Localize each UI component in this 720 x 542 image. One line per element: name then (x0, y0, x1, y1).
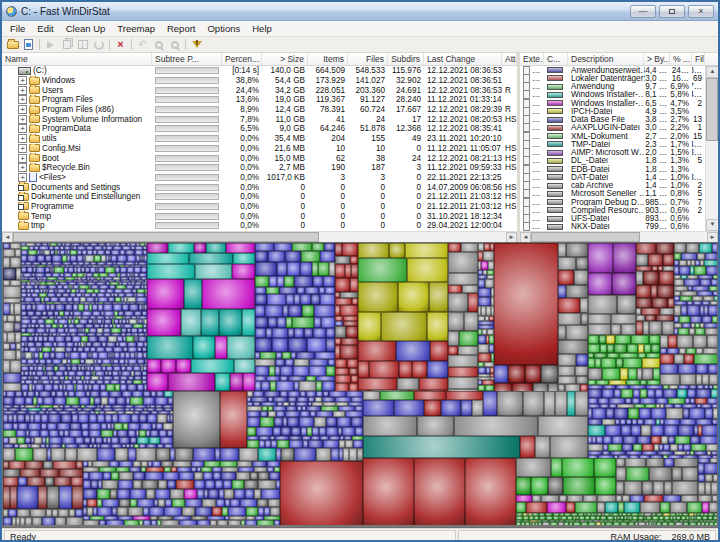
minimize-button[interactable]: — (630, 5, 656, 18)
scroll-thumb[interactable] (706, 78, 718, 141)
scroll-track[interactable] (531, 232, 707, 242)
directory-row[interactable]: + ProgramData 6,5% 9,0 GB 64.246 51.878 … (2, 124, 517, 134)
expand-plus-icon[interactable]: + (18, 86, 27, 95)
scroll-right-icon[interactable]: ► (707, 232, 718, 242)
name-cell[interactable]: + Temp (2, 211, 152, 221)
command-prompt-button[interactable] (91, 38, 106, 51)
extension-row[interactable]: … Compiled Resourc… 903… 0,6% 2 (520, 206, 705, 214)
name-cell[interactable]: + Program Files (x86) (2, 105, 152, 115)
extension-row[interactable]: … Anwendung 9,7 … 6,9% 7… (520, 83, 705, 91)
directory-row[interactable]: + Windows 38,8% 54,4 GB 173.929 141.027 … (2, 76, 517, 86)
directory-row[interactable]: + Users 24,4% 34,2 GB 228.051 203.360 24… (2, 85, 517, 95)
extension-row[interactable]: … Program Debug D… 985… 0,7% 7 (520, 198, 705, 206)
scroll-track[interactable] (13, 232, 506, 242)
extension-row[interactable]: … Windows Installer-… 8,1 … 5,8% 1,4… (520, 91, 705, 99)
column-header-subdirs[interactable]: Subdirs (388, 53, 424, 65)
directory-hscrollbar[interactable]: ◄ ► (2, 231, 517, 242)
expand-plus-icon[interactable]: + (18, 144, 27, 153)
directory-row[interactable]: + Programme 0,0% 0 0 0 0 21.12.2011 21:0… (2, 202, 517, 212)
extension-row[interactable]: … IPCH-Datei 4,9 … 3,5% (520, 107, 705, 115)
name-cell[interactable]: + Windows (2, 76, 152, 86)
expand-plus-icon[interactable]: + (18, 76, 27, 85)
directory-row[interactable]: + Dokumente und Einstellungen 0,0% 0 0 0… (2, 192, 517, 202)
name-cell[interactable]: + Config.Msi (2, 144, 152, 154)
extension-row[interactable]: … cab Archive 1,4 … 1,0% 2 (520, 182, 705, 190)
directory-row[interactable]: + $Recycle.Bin 0,0% 2,7 MB 190 187 3 11.… (2, 163, 517, 173)
directory-row[interactable]: + Program Files 13,6% 19,0 GB 119.367 91… (2, 95, 517, 105)
undo-button[interactable]: ↶ (135, 38, 150, 51)
expand-plus-icon[interactable]: + (18, 154, 27, 163)
delete-button[interactable]: × (113, 38, 128, 51)
extension-row[interactable]: … TMP-Datei 2,3 … 1,7% 1,4… (520, 140, 705, 148)
name-cell[interactable]: + Boot (2, 153, 152, 163)
directory-row[interactable]: + Program Files (x86) 8,9% 12,4 GB 78.39… (2, 105, 517, 115)
column-header-lastchange[interactable]: Last Change (424, 53, 502, 65)
menu-item-edit[interactable]: Edit (31, 22, 59, 35)
scroll-thumb[interactable] (13, 232, 319, 242)
extension-row[interactable]: … EDB-Datei 1,8 … 1,3% (520, 165, 705, 173)
extension-row[interactable]: … DAT-Datei 1,4 … 1,0% 3… (520, 173, 705, 181)
name-cell[interactable]: + ProgramData (2, 124, 152, 134)
menu-item-options[interactable]: Options (201, 22, 246, 35)
column-header-fil[interactable]: Fil (692, 53, 705, 65)
menu-item-help[interactable]: Help (246, 22, 278, 35)
scroll-left-icon[interactable]: ◄ (520, 232, 531, 242)
name-cell[interactable]: + Program Files (2, 95, 152, 105)
expand-plus-icon[interactable]: + (18, 163, 27, 172)
scroll-right-icon[interactable]: ► (506, 232, 517, 242)
column-header-name[interactable]: Name (2, 53, 152, 65)
column-header-size[interactable]: > Size (262, 53, 308, 65)
expand-plus-icon[interactable]: + (18, 134, 27, 143)
directory-row[interactable]: + utils 0,0% 35,4 MB 204 155 49 23.11.20… (2, 134, 517, 144)
directory-row[interactable]: + Boot 0,0% 15,0 MB 62 38 24 12.12.2021 … (2, 153, 517, 163)
column-header-attri[interactable]: Attri... (502, 53, 517, 65)
menu-item-file[interactable]: File (4, 22, 31, 35)
directory-row[interactable]: + <Files> 0,0% 1017,0 KB 3 3 0 22.11.202… (2, 173, 517, 183)
name-cell[interactable]: + Dokumente und Einstellungen (2, 192, 152, 202)
column-header-description[interactable]: Description (568, 53, 644, 65)
column-header-by[interactable]: > By... (644, 53, 670, 65)
name-cell[interactable]: + utils (2, 134, 152, 144)
name-cell[interactable]: + Documents and Settings (2, 182, 152, 192)
extension-row[interactable]: … NKX-Datei 799… 0,6% (520, 223, 705, 231)
name-cell[interactable]: + Users (2, 85, 152, 95)
name-cell[interactable]: + Programme (2, 202, 152, 212)
scroll-left-icon[interactable]: ◄ (2, 232, 13, 242)
zoom-out-button[interactable] (167, 38, 182, 51)
refresh-selected-button[interactable] (21, 38, 36, 51)
extension-row[interactable]: … Windows Installer-… 6,5 … 4,7% 2 (520, 99, 705, 107)
extension-row[interactable]: … UFS-Datei 893… 0,6% (520, 215, 705, 223)
name-cell[interactable]: + System Volume Information (2, 114, 152, 124)
menu-item-treemap[interactable]: Treemap (111, 22, 161, 35)
expand-plus-icon[interactable]: + (18, 105, 27, 114)
menu-item-clean-up[interactable]: Clean Up (60, 22, 112, 35)
extension-row[interactable]: … Microsoft Serieller … 1,1 … 0,8% 5 (520, 190, 705, 198)
column-header-subtreep[interactable]: Subtree P... (152, 53, 222, 65)
extension-row[interactable]: … Lokaler Datenträger 23,0 … 16… 69 (520, 74, 705, 82)
expand-plus-icon[interactable]: + (18, 124, 27, 133)
extension-vscrollbar[interactable]: ▲ ▼ (705, 66, 718, 231)
extension-row[interactable]: … AIMP: Microsoft W… 2,0 … 1,5% 3… (520, 149, 705, 157)
extension-row[interactable]: … DL_-Datei 1,8 … 1,3% 5 (520, 157, 705, 165)
column-header-items[interactable]: Items (308, 53, 348, 65)
open-folder-button[interactable] (5, 38, 20, 51)
explorer-here-button[interactable] (75, 38, 90, 51)
directory-row[interactable]: + Documents and Settings 0,0% 0 0 0 0 14… (2, 182, 517, 192)
scroll-up-icon[interactable]: ▲ (706, 66, 718, 78)
scroll-down-icon[interactable]: ▼ (706, 219, 718, 231)
run-button[interactable] (43, 38, 58, 51)
directory-row[interactable]: + (C:) [0:14 s] 140,0 GB 664.509 548.533… (2, 66, 517, 76)
directory-row[interactable]: + Temp 0,0% 0 0 0 0 31.10.2021 18:12:34 (2, 211, 517, 221)
expand-plus-icon[interactable]: + (18, 95, 27, 104)
directory-row[interactable]: + tmp 0,0% 0 0 0 0 29.04.2021 12:00:04 (2, 221, 517, 231)
extension-row[interactable]: … XML-Dokument 2,7 … 2,0% 15 (520, 132, 705, 140)
menu-item-report[interactable]: Report (161, 22, 202, 35)
column-header-exte[interactable]: Exte... (520, 53, 544, 65)
column-header-[interactable]: % ... (670, 53, 692, 65)
scroll-thumb[interactable] (531, 232, 640, 242)
maximize-button[interactable] (659, 5, 685, 18)
treemap-canvas[interactable] (3, 243, 717, 525)
name-cell[interactable]: + <Files> (2, 173, 152, 183)
directory-row[interactable]: + Config.Msi 0,0% 21,6 MB 10 10 0 11.12.… (2, 144, 517, 154)
column-header-percen[interactable]: Percen... (222, 53, 262, 65)
